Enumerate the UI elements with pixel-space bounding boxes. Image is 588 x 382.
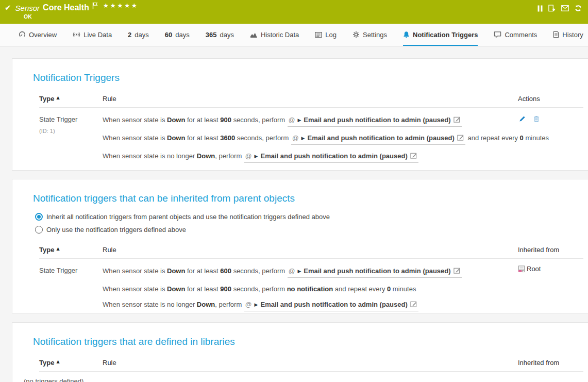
- rule-text: and repeat every: [466, 134, 520, 142]
- tab-overview[interactable]: Overview: [19, 24, 57, 46]
- tab-live-data[interactable]: Live Data: [73, 24, 112, 46]
- refresh-button[interactable]: [575, 5, 582, 12]
- edit-notification-icon[interactable]: [410, 152, 417, 159]
- tab-history[interactable]: History: [553, 24, 583, 46]
- pencil-icon: [519, 115, 526, 122]
- tab-label: Notification Triggers: [413, 31, 478, 39]
- triggers-table: Type▲ Rule Actions State Trigger (ID: 1)…: [39, 95, 583, 170]
- edit-notification-icon[interactable]: [457, 134, 464, 141]
- rule-text: 900: [220, 116, 231, 124]
- rule-text: Down: [197, 301, 215, 308]
- trigger-rules: When sensor state is Down for at least 6…: [103, 267, 518, 318]
- column-header-rule[interactable]: Rule: [103, 359, 518, 367]
- rule-text: When sensor state is: [103, 116, 167, 124]
- trigger-rule-line: When sensor state is no longer Down, per…: [103, 152, 518, 163]
- email-button[interactable]: [561, 5, 569, 11]
- rule-text: 600: [220, 267, 231, 275]
- delete-trigger-button[interactable]: [533, 115, 540, 122]
- topbar-toolbar: [537, 5, 582, 12]
- tab-comments[interactable]: Comments: [494, 24, 537, 46]
- notification-link[interactable]: @▶Email and push notification to admin (…: [244, 300, 418, 311]
- rule-text: When sensor state is no longer: [103, 301, 197, 308]
- at-icon: @: [292, 135, 299, 142]
- radio-label: Inherit all notification triggers from p…: [46, 213, 330, 221]
- column-header-rule[interactable]: Rule: [103, 95, 518, 103]
- notification-link[interactable]: @▶Email and push notification to admin (…: [291, 134, 465, 145]
- column-header-inherited-from[interactable]: Inherited from: [518, 246, 583, 254]
- tab-60-days[interactable]: 60days: [165, 24, 190, 46]
- play-icon: ▶: [255, 154, 258, 159]
- trigger-rule-line: When sensor state is Down for at least 3…: [103, 134, 518, 145]
- libraries-table: Type▲ Rule Inherited from: [39, 359, 583, 372]
- tab-2-days[interactable]: 2days: [128, 24, 149, 46]
- rule-text: for at least: [185, 285, 220, 293]
- notification-link[interactable]: @▶Email and push notification to admin (…: [244, 152, 418, 163]
- check-icon: ✔: [5, 3, 11, 12]
- inherited-from-root-link[interactable]: Root: [518, 265, 541, 273]
- tab-bar: OverviewLive Data2days60days365daysHisto…: [0, 24, 588, 46]
- rating-stars[interactable]: ★★★★★: [103, 2, 139, 9]
- table-header-row: Type▲ Rule Inherited from: [39, 246, 583, 259]
- column-header-type[interactable]: Type▲: [39, 246, 103, 254]
- trigger-rules: When sensor state is Down for at least 9…: [103, 115, 518, 170]
- notification-link[interactable]: @▶Email and push notification to admin (…: [288, 115, 462, 127]
- play-icon: ▶: [297, 118, 301, 123]
- play-icon: ▶: [297, 269, 301, 274]
- trigger-rule-line: When sensor state is no longer Down, per…: [103, 300, 518, 311]
- rule-text: , perform: [215, 301, 244, 308]
- rule-text: no notification: [287, 285, 333, 293]
- rule-text: and repeat every: [333, 285, 387, 293]
- tab-number: 2: [128, 31, 131, 39]
- tab-label: days: [220, 31, 233, 39]
- column-header-actions[interactable]: Actions: [518, 95, 583, 103]
- radio-label: Only use the notification triggers defin…: [46, 226, 186, 234]
- edit-trigger-button[interactable]: [519, 115, 526, 122]
- pause-button[interactable]: [537, 5, 543, 12]
- tab-number: 365: [206, 31, 217, 39]
- edit-notification-icon[interactable]: [453, 267, 460, 274]
- radio-button[interactable]: [35, 226, 43, 234]
- rule-text: seconds, perform: [231, 285, 287, 293]
- trigger-row: State Trigger When sensor state is Down …: [39, 259, 583, 318]
- tab-number: 60: [165, 31, 172, 39]
- sort-asc-icon: ▲: [56, 246, 59, 251]
- rule-text: seconds, perform: [231, 267, 287, 275]
- play-icon: ▶: [301, 136, 305, 141]
- table-header-row: Type▲ Rule Actions: [39, 95, 583, 108]
- radio-group: Inherit all notification triggers from p…: [35, 213, 583, 234]
- trigger-row: State Trigger (ID: 1) When sensor state …: [39, 108, 583, 170]
- tab-label: Live Data: [83, 31, 112, 39]
- tab-notification-triggers[interactable]: Notification Triggers: [403, 24, 478, 46]
- edit-notification-icon[interactable]: [453, 116, 460, 123]
- tab-label: days: [175, 31, 189, 39]
- radio-option-1: Inherit all notification triggers from p…: [35, 213, 583, 221]
- tab-settings[interactable]: Settings: [352, 24, 387, 46]
- flag-icon[interactable]: [92, 2, 98, 9]
- tab-label: Historic Data: [261, 31, 299, 39]
- inherited-table: Type▲ Rule Inherited from State Trigger …: [39, 246, 583, 318]
- tab-log[interactable]: Log: [315, 24, 337, 46]
- tab-365-days[interactable]: 365days: [206, 24, 234, 46]
- empty-message: (no triggers defined): [23, 372, 583, 382]
- object-kind-label: Sensor: [15, 4, 40, 12]
- sort-asc-icon: ▲: [56, 359, 59, 364]
- play-icon: ▶: [255, 302, 258, 307]
- column-header-type[interactable]: Type▲: [39, 359, 103, 367]
- rule-text: 3600: [220, 134, 235, 142]
- rule-text: Down: [167, 267, 185, 275]
- rule-text: seconds, perform: [235, 134, 291, 142]
- rule-text: for at least: [185, 116, 220, 124]
- panel-library-triggers: Notification triggers that are defined i…: [12, 322, 588, 382]
- rule-text: 900: [220, 285, 231, 293]
- radio-button[interactable]: [35, 213, 43, 221]
- column-header-type[interactable]: Type▲: [39, 95, 103, 103]
- trigger-rule-line: When sensor state is Down for at least 9…: [103, 285, 518, 293]
- tab-historic-data[interactable]: Historic Data: [250, 24, 299, 46]
- tab-label: Comments: [505, 31, 537, 39]
- report-button[interactable]: [548, 5, 556, 12]
- edit-notification-icon[interactable]: [410, 301, 417, 307]
- notification-link[interactable]: @▶Email and push notification to admin (…: [288, 267, 462, 278]
- column-header-rule[interactable]: Rule: [103, 246, 518, 254]
- gear-icon: [352, 31, 360, 38]
- column-header-inherited-from[interactable]: Inherited from: [518, 359, 583, 367]
